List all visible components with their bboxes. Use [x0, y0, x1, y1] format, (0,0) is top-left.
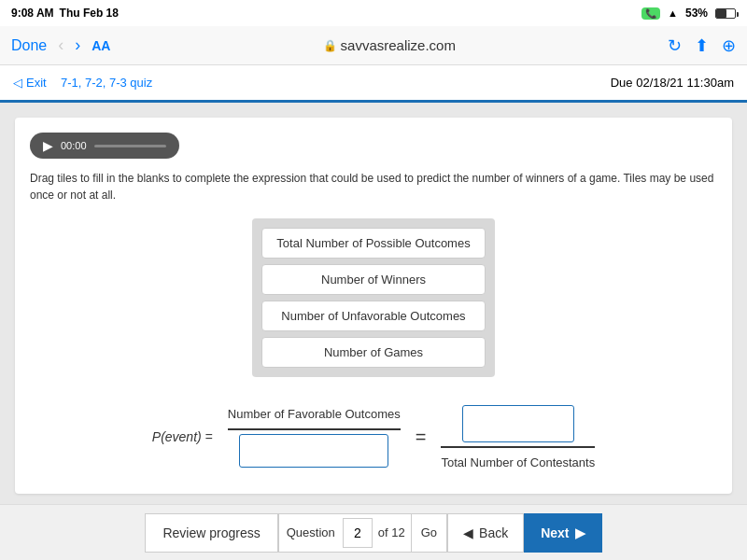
audio-time: 00:00 — [61, 140, 87, 151]
tiles-container: Total Number of Possible Outcomes Number… — [30, 218, 717, 377]
fraction-right: Total Number of Contestants — [441, 405, 595, 469]
tiles-box: Total Number of Possible Outcomes Number… — [252, 218, 495, 377]
refresh-button[interactable]: ↻ — [668, 35, 682, 56]
question-label: Question — [279, 525, 343, 539]
numerator-drop-box[interactable] — [462, 405, 574, 442]
browser-nav: ‹ › — [56, 35, 82, 55]
forward-nav-button[interactable]: › — [73, 35, 82, 55]
bookmarks-button[interactable]: ⊕ — [722, 35, 736, 56]
fraction-left: Number of Favorable Outcomes — [228, 407, 401, 468]
equals-sign: = — [416, 427, 427, 448]
status-time: 9:08 AM — [11, 7, 54, 20]
main-content: ▶ 00:00 Drag tiles to fill in the blanks… — [0, 103, 747, 504]
back-button[interactable]: ◀ Back — [447, 513, 524, 553]
text-size-button[interactable]: AA — [92, 38, 110, 53]
tile-games[interactable]: Number of Games — [261, 337, 486, 368]
wifi-icon: ▲ — [668, 7, 678, 19]
browser-bar: Done ‹ › AA 🔒 savvasrealize.com ↻ ⬆ ⊕ — [0, 26, 747, 65]
due-date: Due 02/18/21 11:30am — [611, 76, 734, 90]
exit-section: ◁ Exit 7-1, 7-2, 7-3 quiz — [13, 76, 152, 90]
of-text: of 12 — [373, 525, 411, 539]
tile-unfavorable[interactable]: Number of Unfavorable Outcomes — [261, 301, 486, 331]
question-number-input[interactable] — [343, 518, 373, 548]
url-bar[interactable]: 🔒 savvasrealize.com — [120, 37, 658, 53]
battery-icon — [715, 8, 736, 19]
tile-total-possible[interactable]: Total Number of Possible Outcomes — [261, 228, 486, 259]
status-right: 📞 ▲ 53% — [641, 7, 736, 20]
back-arrow-icon: ◀ — [463, 525, 473, 540]
exit-button[interactable]: Exit — [26, 76, 47, 90]
fraction-line-right — [441, 446, 595, 448]
quiz-header: ◁ Exit 7-1, 7-2, 7-3 quiz Due 02/18/21 1… — [0, 65, 747, 103]
exit-arrow-icon: ◁ — [13, 76, 22, 90]
quiz-name: 7-1, 7-2, 7-3 quiz — [61, 76, 152, 90]
next-button[interactable]: Next ▶ — [524, 513, 601, 553]
tile-winners[interactable]: Number of Winners — [261, 264, 486, 295]
back-nav-button[interactable]: ‹ — [56, 35, 65, 55]
status-day: Thu Feb 18 — [60, 7, 119, 20]
share-button[interactable]: ⬆ — [695, 35, 709, 56]
denominator-label: Total Number of Contestants — [441, 452, 595, 469]
status-left: 9:08 AM Thu Feb 18 — [11, 7, 119, 20]
audio-player: ▶ 00:00 — [30, 133, 179, 159]
url-text: savvasrealize.com — [341, 37, 456, 53]
equation-area: P(event) = Number of Favorable Outcomes … — [30, 396, 717, 479]
lock-icon: 🔒 — [323, 39, 337, 52]
instruction-text: Drag tiles to fill in the blanks to comp… — [30, 170, 717, 203]
numerator-label: Number of Favorable Outcomes — [228, 407, 401, 425]
go-button[interactable]: Go — [411, 514, 446, 552]
battery-percent: 53% — [685, 7, 708, 20]
next-arrow-icon: ▶ — [575, 525, 585, 540]
question-card: ▶ 00:00 Drag tiles to fill in the blanks… — [15, 118, 732, 494]
question-nav: Question document.querySelector('[data-n… — [278, 513, 447, 553]
status-bar: 9:08 AM Thu Feb 18 📞 ▲ 53% — [0, 0, 747, 26]
p-event-label: P(event) = — [152, 429, 213, 444]
bottom-bar: Review progress Question document.queryS… — [0, 504, 747, 560]
done-button[interactable]: Done — [11, 37, 47, 54]
browser-actions: ↻ ⬆ ⊕ — [668, 35, 736, 56]
denominator-drop-box[interactable] — [239, 434, 388, 468]
next-label: Next — [541, 525, 569, 540]
review-progress-button[interactable]: Review progress — [145, 513, 277, 553]
phone-icon: 📞 — [641, 7, 660, 20]
play-button[interactable]: ▶ — [43, 138, 53, 153]
fraction-line-left — [228, 428, 401, 430]
back-label: Back — [479, 525, 508, 540]
audio-progress-bar[interactable] — [94, 145, 166, 147]
